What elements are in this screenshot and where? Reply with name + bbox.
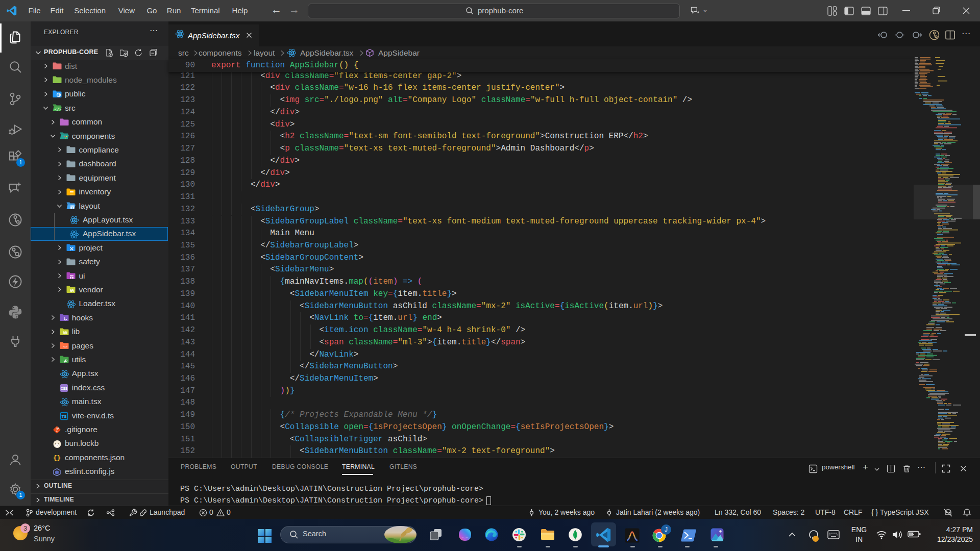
svg-text:</>: </> bbox=[55, 107, 62, 112]
svg-text:<>: <> bbox=[63, 345, 67, 349]
svg-text:CSS: CSS bbox=[61, 387, 68, 390]
svg-text:TS: TS bbox=[61, 414, 67, 419]
svg-text:{}: {} bbox=[53, 454, 61, 462]
